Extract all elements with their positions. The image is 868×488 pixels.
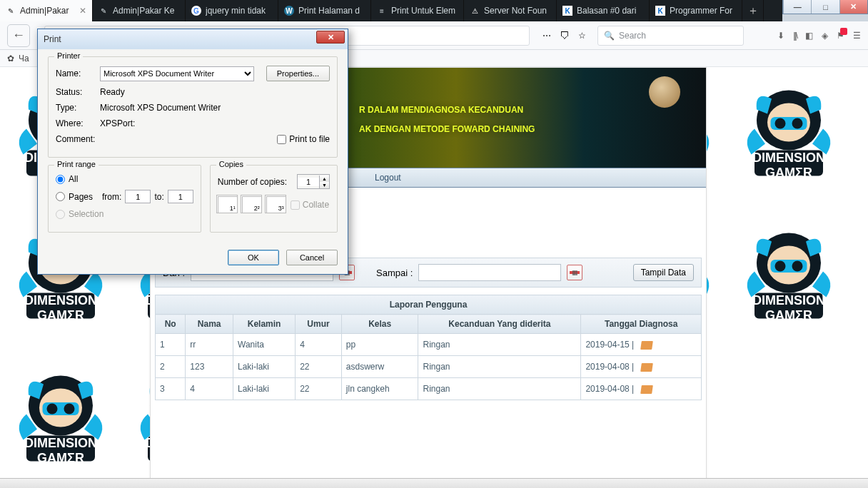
site-icon: ≡ bbox=[377, 6, 387, 16]
table-row: 2123Laki-laki22asdswerwRingan2019-04-08 … bbox=[156, 356, 702, 378]
table-caption: Laporan Pengguna bbox=[155, 295, 702, 314]
page-to-input[interactable] bbox=[168, 190, 193, 203]
svg-point-52 bbox=[792, 118, 803, 129]
minimize-button[interactable]: — bbox=[783, 0, 811, 14]
kaskus-icon: K bbox=[562, 6, 572, 16]
print-dialog: Print ✕ Printer Name: Microsoft XPS Docu… bbox=[37, 29, 348, 275]
window-status-bar bbox=[0, 478, 868, 488]
tab-0[interactable]: ✎Admin|Pakar✕ bbox=[0, 0, 93, 21]
collate-icon: 3³ bbox=[266, 196, 286, 213]
bookmark-star-icon[interactable]: ☆ bbox=[578, 31, 586, 41]
svg-text:GAMΣR: GAMΣR bbox=[37, 451, 84, 465]
to-input[interactable] bbox=[418, 264, 561, 281]
collate-check: Collate bbox=[291, 200, 329, 210]
report-table: Laporan Pengguna No Nama Kelamin Umur Ke… bbox=[155, 295, 702, 400]
tab-6[interactable]: KBalasan #0 dari bbox=[557, 0, 650, 21]
google-icon: G bbox=[191, 6, 201, 16]
pencil-icon: ✎ bbox=[6, 6, 16, 16]
printer-group: Printer Name: Microsoft XPS Document Wri… bbox=[48, 56, 338, 158]
delete-icon[interactable] bbox=[640, 385, 653, 394]
table-row: 34Laki-laki22jln cangkehRingan2019-04-08… bbox=[156, 378, 702, 400]
pencil-icon: ✎ bbox=[99, 6, 108, 16]
th-umur: Umur bbox=[296, 315, 342, 334]
tab-1[interactable]: ✎Admin|Pakar Ke bbox=[93, 0, 186, 21]
url-actions: ⋯ ⛉ ☆ bbox=[542, 30, 586, 41]
to-label: Sampai : bbox=[376, 268, 413, 278]
svg-point-115 bbox=[47, 404, 58, 415]
svg-text:GAMΣR: GAMΣR bbox=[765, 166, 812, 180]
svg-text:DIMENSION: DIMENSION bbox=[752, 151, 825, 165]
tab-5[interactable]: ⚠Server Not Foun bbox=[464, 0, 557, 21]
svg-point-107 bbox=[775, 261, 786, 272]
tab-2[interactable]: Gjquery min tidak bbox=[186, 0, 278, 21]
delete-icon[interactable] bbox=[640, 363, 653, 372]
copies-spinner[interactable]: ▲▼ bbox=[297, 174, 330, 189]
spin-down-icon[interactable]: ▼ bbox=[320, 182, 329, 188]
library-icon[interactable]: |||\ bbox=[793, 31, 797, 41]
th-nama: Nama bbox=[186, 315, 233, 334]
more-icon[interactable]: ⋯ bbox=[542, 31, 551, 41]
all-radio[interactable] bbox=[56, 175, 65, 184]
svg-text:DIMENSION: DIMENSION bbox=[24, 293, 97, 307]
dialog-title[interactable]: Print bbox=[38, 29, 348, 49]
svg-point-116 bbox=[64, 404, 75, 415]
new-tab-button[interactable]: ＋ bbox=[742, 0, 764, 21]
table-row: 1rrWanita4ppRingan2019-04-15 | bbox=[156, 334, 702, 356]
name-label: Name: bbox=[56, 68, 100, 78]
th-kelas: Kelas bbox=[341, 315, 418, 334]
window-controls: — □ ✕ bbox=[782, 0, 868, 14]
show-data-button[interactable]: Tampil Data bbox=[633, 264, 694, 281]
tab-3[interactable]: WPrint Halaman d bbox=[278, 0, 371, 21]
banner-image bbox=[649, 76, 680, 108]
shield-icon[interactable]: ⛉ bbox=[560, 30, 570, 41]
cancel-button[interactable]: Cancel bbox=[286, 250, 338, 265]
close-icon[interactable]: ✕ bbox=[79, 6, 86, 16]
sidebar-icon[interactable]: ◧ bbox=[805, 31, 813, 41]
svg-text:GAMΣR: GAMΣR bbox=[765, 308, 812, 322]
collate-icon: 2² bbox=[242, 196, 262, 213]
th-kecanduan: Kecanduan Yang diderita bbox=[418, 315, 581, 334]
delete-icon[interactable] bbox=[640, 341, 653, 350]
addon-icon[interactable]: ◈ bbox=[822, 31, 828, 41]
print-range-group: Print range All Pages from: to: Selectio… bbox=[48, 165, 201, 233]
svg-text:GAMΣR: GAMΣR bbox=[37, 308, 84, 322]
svg-point-108 bbox=[792, 261, 803, 272]
toolbar-right: ⬇ |||\ ◧ ◈ ⚑ ☰ bbox=[777, 31, 861, 41]
warning-icon: ⚠ bbox=[470, 6, 480, 16]
window-close-button[interactable]: ✕ bbox=[839, 0, 867, 14]
wordpress-icon: W bbox=[284, 6, 294, 16]
search-bar[interactable]: 🔍 Search bbox=[597, 26, 744, 46]
search-icon: 🔍 bbox=[604, 31, 615, 41]
calendar-icon[interactable]: ▦ bbox=[567, 265, 582, 280]
th-no: No bbox=[156, 315, 186, 334]
copies-group: Copies Number of copies: ▲▼ 1¹ 2² 3³ Col… bbox=[210, 165, 338, 233]
svg-text:DIMENSION: DIMENSION bbox=[752, 293, 825, 307]
kaskus-icon: K bbox=[655, 6, 665, 16]
selection-radio bbox=[56, 210, 65, 219]
printer-select[interactable]: Microsoft XPS Document Writer bbox=[100, 66, 254, 81]
properties-button[interactable]: Properties... bbox=[266, 66, 330, 81]
svg-point-51 bbox=[775, 118, 786, 129]
dialog-close-button[interactable]: ✕ bbox=[316, 31, 345, 44]
ok-button[interactable]: OK bbox=[228, 250, 279, 265]
th-kelamin: Kelamin bbox=[233, 315, 296, 334]
collate-icon: 1¹ bbox=[218, 196, 238, 213]
maximize-button[interactable]: □ bbox=[811, 0, 839, 14]
svg-text:DIMENSION: DIMENSION bbox=[24, 436, 97, 450]
gear-icon[interactable]: ✿ bbox=[7, 54, 14, 63]
menu-logout[interactable]: Logout bbox=[368, 173, 408, 183]
spin-up-icon[interactable]: ▲ bbox=[320, 176, 329, 182]
th-tanggal: Tanggal Diagnosa bbox=[581, 315, 702, 334]
print-to-file-check[interactable]: Print to file bbox=[277, 134, 330, 144]
banner-title: R DALAM MENDIAGNOSA KECANDUANAK DENGAN M… bbox=[359, 98, 535, 138]
tab-7[interactable]: KProgrammer For bbox=[650, 0, 742, 21]
notification-icon[interactable]: ⚑ bbox=[837, 31, 844, 41]
bookmark-item[interactable]: Ча bbox=[19, 54, 29, 63]
browser-tab-strip: ✎Admin|Pakar✕ ✎Admin|Pakar Ke Gjquery mi… bbox=[0, 0, 782, 21]
tab-4[interactable]: ≡Print Untuk Elem bbox=[371, 0, 464, 21]
pages-radio[interactable] bbox=[56, 192, 65, 201]
page-from-input[interactable] bbox=[125, 190, 151, 203]
download-icon[interactable]: ⬇ bbox=[777, 31, 784, 41]
back-button[interactable]: ← bbox=[7, 24, 30, 47]
menu-icon[interactable]: ☰ bbox=[853, 31, 861, 41]
